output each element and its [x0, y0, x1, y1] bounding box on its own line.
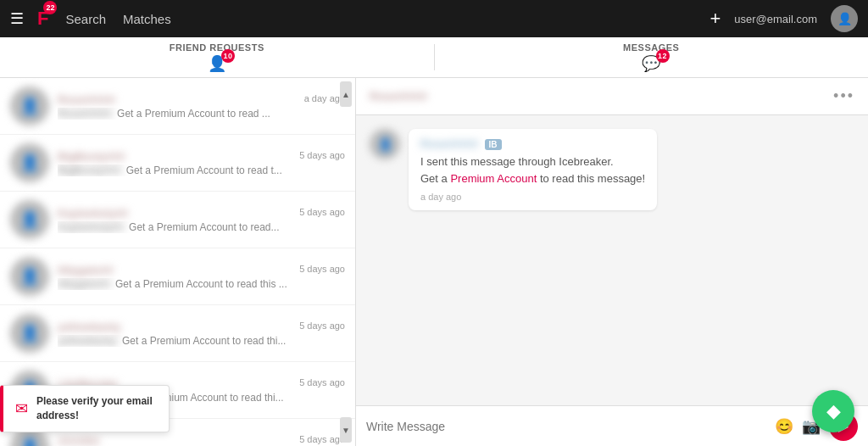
conversation-item[interactable]: 👤 yellowbanty 5 days ago yellowbanty: Ge… [0, 305, 355, 362]
conv-message: Get a Premium Account to read... [129, 221, 279, 233]
conv-avatar: 👤 [10, 143, 49, 182]
message-avatar: 👤 [370, 129, 400, 159]
tab-friend-requests[interactable]: FRIEND REQUESTS 👤 10 [0, 37, 434, 77]
toast-message: Please verify your email address! [36, 394, 157, 423]
conv-message: Get a Premium Account to read ... [117, 108, 270, 120]
message-text: I sent this message through Icebreaker. … [420, 153, 645, 187]
message-time: a day ago [420, 192, 645, 202]
tabs-row: FRIEND REQUESTS 👤 10 MESSAGES 💬 12 [0, 37, 868, 78]
conv-meta: Rose##### a day ago [58, 93, 345, 106]
conversation-item[interactable]: 👤 Kayleeholy## 5 days ago Kayleeholy##: … [0, 192, 355, 248]
messages-badge: 12 [656, 49, 670, 63]
chat-header: Rose##### ••• [356, 78, 868, 115]
conv-time: 5 days ago [299, 377, 345, 390]
conv-time: 5 days ago [299, 207, 345, 220]
conv-preview: tittygato##: Get a Premium Account to re… [58, 278, 345, 290]
conv-sender: yellowbanty: [58, 335, 120, 347]
conv-meta: Kayleeholy## 5 days ago [58, 207, 345, 220]
conv-meta: BigBooty### 5 days ago [58, 150, 345, 163]
email-verify-toast: ✉ Please verify your email address! [0, 385, 170, 432]
scroll-down-button[interactable]: ▼ [340, 417, 352, 443]
chat-username: Rose##### [370, 90, 427, 103]
conv-meta: tittygato## 5 days ago [58, 264, 345, 276]
premium-account-link[interactable]: Premium Account [450, 172, 537, 185]
conv-info: Rose##### a day ago Rose#####: Get a Pre… [58, 93, 345, 120]
conv-meta: yellowbanty 5 days ago [58, 321, 345, 333]
nav-links: Search Matches [65, 12, 170, 26]
conv-avatar: 👤 [10, 200, 49, 239]
conv-time: a day ago [304, 93, 345, 106]
sender-name: Rose##### [420, 137, 478, 150]
conv-time: 5 days ago [299, 150, 345, 163]
conv-time: 5 days ago [299, 264, 345, 276]
conv-name: BigBooty### [58, 150, 125, 163]
conv-time: 5 days ago [299, 321, 345, 333]
logo-wrapper: F 22 [37, 8, 48, 30]
conv-message: Get a Premium Account to read thi... [122, 335, 286, 347]
conv-name: Rose##### [58, 93, 115, 106]
conv-info: tittygato## 5 days ago tittygato##: Get … [58, 264, 345, 290]
chat-panel: Rose##### ••• 👤 Rose##### IB I sent this… [356, 78, 868, 446]
conv-info: yellowbanty 5 days ago yellowbanty: Get … [58, 321, 345, 347]
avatar[interactable]: 👤 [831, 5, 858, 32]
chat-input-row: 😊 📷 ▶ [356, 405, 868, 446]
ib-badge: IB [485, 139, 502, 150]
diamond-fab[interactable]: ◆ [812, 390, 854, 432]
avatar-icon: 👤 [837, 12, 852, 25]
conversation-item[interactable]: 👤 BigBooty### 5 days ago BigBooty###: Ge… [0, 135, 355, 192]
logo-badge: 22 [43, 1, 57, 14]
conv-message: Get a Premium Account to read t... [126, 164, 282, 176]
conv-meta: sinnider 5 days ago [58, 434, 345, 447]
friend-requests-badge: 10 [221, 49, 235, 63]
add-button[interactable]: + [709, 8, 721, 30]
nav-search-link[interactable]: Search [65, 12, 106, 26]
conv-name: tittygato## [58, 264, 114, 276]
tab-messages[interactable]: MESSAGES 💬 12 [435, 37, 869, 77]
message-input[interactable] [366, 420, 766, 433]
conv-sender: BigBooty###: [58, 164, 123, 176]
friend-requests-label: FRIEND REQUESTS [170, 42, 264, 53]
chat-more-options[interactable]: ••• [833, 87, 854, 105]
top-navigation: ☰ F 22 Search Matches + user@email.com 👤 [0, 0, 868, 37]
conv-info: Kayleeholy## 5 days ago Kayleeholy##: Ge… [58, 207, 345, 233]
conv-name: yellowbanty [58, 321, 120, 333]
message-line2-prefix: Get a [420, 172, 450, 185]
conv-sender: tittygato##: [58, 278, 113, 290]
scroll-up-button[interactable]: ▲ [340, 81, 352, 107]
conv-info: sinnider 5 days ago sinnider: Get a Prem… [58, 434, 345, 447]
conv-sender: Kayleeholy##: [58, 221, 126, 233]
messages-label: MESSAGES [623, 42, 679, 53]
conv-preview: BigBooty###: Get a Premium Account to re… [58, 164, 345, 176]
hamburger-menu-icon[interactable]: ☰ [10, 9, 24, 28]
message-icon: 💬 12 [642, 54, 661, 73]
message-line2-suffix: to read this message! [537, 172, 645, 185]
conv-message: Get a Premium Account to read this ... [115, 278, 287, 290]
conv-preview: Kayleeholy##: Get a Premium Account to r… [58, 221, 345, 233]
chat-messages: 👤 Rose##### IB I sent this message throu… [356, 115, 868, 405]
conv-preview: Rose#####: Get a Premium Account to read… [58, 108, 345, 120]
message-sender: Rose##### IB [420, 137, 645, 150]
nav-matches-link[interactable]: Matches [123, 12, 171, 26]
conversation-item[interactable]: 👤 Rose##### a day ago Rose#####: Get a P… [0, 78, 355, 135]
conv-avatar: 👤 [10, 86, 49, 125]
conv-avatar: 👤 [10, 257, 49, 296]
message-bubble: Rose##### IB I sent this message through… [409, 129, 657, 210]
envelope-icon: ✉ [15, 399, 28, 418]
conv-preview: yellowbanty: Get a Premium Account to re… [58, 335, 345, 347]
conv-time: 5 days ago [299, 434, 345, 447]
message-line1: I sent this message through Icebreaker. [420, 155, 614, 168]
conv-avatar: 👤 [10, 314, 49, 353]
conv-name: sinnider [58, 434, 101, 447]
conversation-item[interactable]: 👤 tittygato## 5 days ago tittygato##: Ge… [0, 248, 355, 305]
emoji-icon[interactable]: 😊 [775, 417, 793, 436]
diamond-icon: ◆ [826, 400, 841, 422]
message-row: 👤 Rose##### IB I sent this message throu… [370, 129, 854, 210]
conv-sender: Rose#####: [58, 108, 114, 120]
conv-name: Kayleeholy## [58, 207, 128, 220]
conv-info: BigBooty### 5 days ago BigBooty###: Get … [58, 150, 345, 176]
username-display[interactable]: user@email.com [734, 13, 817, 25]
person-icon: 👤 10 [208, 54, 227, 73]
